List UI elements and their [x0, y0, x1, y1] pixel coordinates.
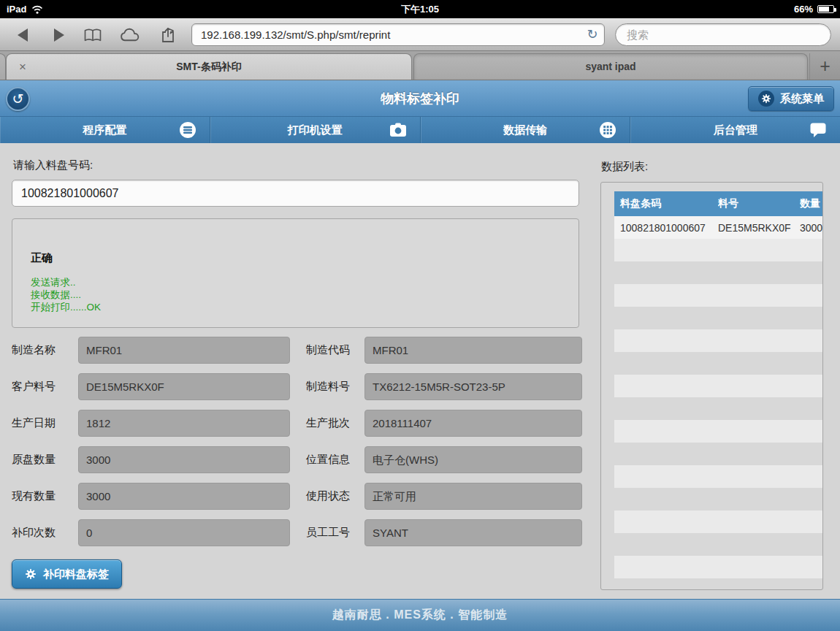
- field-label: 客户料号: [12, 380, 78, 394]
- field-value: 正常可用: [364, 483, 582, 510]
- camera-icon: [389, 121, 407, 139]
- datalist-table: 料盘条码 料号 数量 100821801000607 DE15M5RKX0F 3…: [614, 191, 823, 578]
- status-log: 发送请求.. 接收数据.... 开始打印......OK: [31, 276, 101, 313]
- app-header: ↺ 物料标签补印 系统菜单: [0, 80, 840, 117]
- field-label: 生产日期: [12, 416, 78, 430]
- column-header: 料号: [718, 197, 800, 210]
- form-row: 补印次数 0 员工工号 SYANT: [12, 519, 582, 546]
- tab-syant-ipad[interactable]: syant ipad: [413, 53, 808, 80]
- status-title: 正确: [31, 251, 53, 265]
- app-footer: 越南耐思 . MES系统 . 智能制造: [0, 599, 840, 631]
- nav-label: 数据传输: [503, 123, 547, 137]
- form-row: 制造名称 MFR01 制造代码 MFR01: [12, 337, 582, 364]
- nav-label: 打印机设置: [288, 123, 343, 137]
- back-triangle-icon: [15, 27, 30, 43]
- icloud-tabs-button[interactable]: [118, 25, 142, 45]
- back-nav-button[interactable]: [10, 25, 35, 45]
- field-label: 制造料号: [306, 380, 364, 394]
- table-header-row: 料盘条码 料号 数量: [614, 191, 823, 216]
- table-row[interactable]: 100821801000607 DE15M5RKX0F 3000: [614, 216, 823, 239]
- empty-row: [614, 510, 823, 533]
- empty-row: [614, 329, 823, 352]
- empty-row: [614, 465, 823, 488]
- browser-toolbar: ↻: [0, 18, 840, 51]
- empty-row: [614, 488, 823, 510]
- system-menu-label: 系统菜单: [780, 92, 824, 106]
- refresh-icon[interactable]: ↻: [583, 25, 602, 44]
- field-value: MFR01: [78, 337, 290, 364]
- cell-barcode: 100821801000607: [614, 222, 718, 234]
- form-row: 原盘数量 3000 位置信息 电子仓(WHS): [12, 446, 582, 473]
- system-menu-button[interactable]: 系统菜单: [748, 86, 834, 111]
- datalist-panel: 料盘条码 料号 数量 100821801000607 DE15M5RKX0F 3…: [600, 182, 823, 590]
- form-row: 现有数量 3000 使用状态 正常可用: [12, 483, 582, 510]
- battery-icon: [817, 5, 834, 13]
- field-label: 原盘数量: [12, 453, 78, 467]
- new-tab-button[interactable]: +: [809, 53, 840, 80]
- cell-qty: 3000: [800, 222, 823, 234]
- column-header: 数量: [800, 197, 823, 210]
- empty-row: [614, 556, 823, 578]
- reel-number-label: 请输入料盘号码:: [13, 158, 93, 172]
- field-label: 使用状态: [306, 489, 364, 503]
- nav-item-backend-admin[interactable]: 后台管理: [630, 117, 840, 143]
- nav-item-program-config[interactable]: 程序配置: [0, 117, 210, 143]
- tab-smt-reprint[interactable]: × SMT-条码补印: [6, 53, 412, 80]
- nav-item-printer-settings[interactable]: 打印机设置: [210, 117, 421, 143]
- detail-form: 制造名称 MFR01 制造代码 MFR01 客户料号 DE15M5RKX0F 制…: [12, 337, 582, 556]
- field-label: 补印次数: [12, 526, 78, 540]
- footer-text: 越南耐思 . MES系统 . 智能制造: [332, 608, 508, 623]
- tab-label: syant ipad: [414, 54, 807, 80]
- tab-bar: × SMT-条码补印 syant ipad +: [0, 51, 840, 80]
- share-button[interactable]: [156, 25, 181, 45]
- field-label: 位置信息: [306, 453, 364, 467]
- search-input[interactable]: [615, 23, 831, 46]
- field-label: 制造代码: [306, 343, 364, 357]
- gear-icon: [25, 568, 37, 580]
- url-address-field[interactable]: [191, 23, 605, 46]
- empty-row: [614, 375, 823, 397]
- bookmarks-button[interactable]: [80, 25, 105, 45]
- status-line: 发送请求..: [31, 276, 101, 288]
- field-value: 3000: [78, 446, 290, 473]
- reprint-button-label: 补印料盘标签: [43, 567, 109, 581]
- status-line: 开始打印......OK: [31, 301, 101, 313]
- reel-number-input[interactable]: [12, 180, 579, 207]
- gear-icon: [758, 91, 774, 107]
- status-message-box: 正确 发送请求.. 接收数据.... 开始打印......OK: [12, 218, 579, 328]
- field-value: SYANT: [364, 519, 582, 546]
- share-icon: [160, 26, 177, 44]
- field-label: 现有数量: [12, 489, 78, 503]
- forward-nav-button[interactable]: [47, 25, 72, 45]
- tab-edge-stub: [0, 53, 6, 80]
- forward-triangle-icon: [52, 27, 66, 43]
- field-label: 制造名称: [12, 343, 78, 357]
- field-value: 3000: [78, 483, 290, 510]
- empty-row: [614, 352, 823, 375]
- field-value: DE15M5RKX0F: [78, 373, 290, 400]
- field-value: TX6212-15M5R-SOT23-5P: [364, 373, 582, 400]
- field-label: 员工工号: [306, 526, 364, 540]
- empty-row: [614, 397, 823, 420]
- empty-row: [614, 443, 823, 465]
- nav-item-data-transfer[interactable]: 数据传输: [421, 117, 631, 143]
- battery-percent: 66%: [794, 4, 813, 15]
- clock: 下午1:05: [0, 0, 840, 18]
- book-icon: [83, 27, 102, 43]
- status-line: 接收数据....: [31, 288, 101, 301]
- ipad-screen: iPad 下午1:05 66%: [0, 0, 840, 631]
- empty-row: [614, 533, 823, 556]
- field-value: 0: [78, 519, 290, 546]
- cell-part-no: DE15M5RKX0F: [718, 222, 800, 234]
- field-value: MFR01: [364, 337, 582, 364]
- empty-row: [614, 420, 823, 443]
- close-tab-icon[interactable]: ×: [19, 54, 26, 80]
- reprint-label-button[interactable]: 补印料盘标签: [12, 559, 122, 589]
- column-header: 料盘条码: [614, 197, 718, 210]
- empty-row: [614, 239, 823, 261]
- nav-label: 程序配置: [83, 123, 126, 137]
- list-icon: [179, 121, 196, 139]
- field-value: 1812: [78, 410, 290, 437]
- empty-row: [614, 284, 823, 307]
- datalist-title: 数据列表:: [601, 160, 648, 174]
